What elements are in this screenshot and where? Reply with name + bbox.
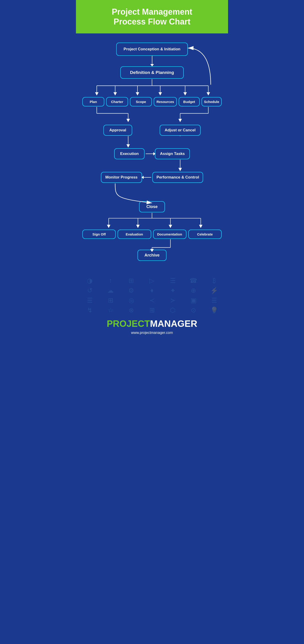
svg-marker-36 (169, 225, 172, 228)
brand-url: www.projectmanager.com (80, 331, 224, 335)
assign-tasks-node: Assign Tasks (155, 148, 190, 159)
documentation-node: Documentation (153, 230, 186, 239)
svg-marker-12 (159, 92, 162, 96)
svg-marker-35 (136, 225, 140, 228)
evaluation-node: Evaluation (118, 230, 151, 239)
adjust-cancel-node: Adjust or Cancel (160, 125, 201, 136)
celebrate-node: Celebrate (188, 230, 222, 239)
svg-marker-22 (178, 119, 182, 122)
schedule-node: Schedule (202, 97, 222, 106)
charter-node: Charter (106, 97, 128, 106)
execution-node: Execution (114, 148, 145, 159)
svg-marker-13 (183, 92, 187, 96)
brand: PROJECT MANAGER (80, 318, 224, 329)
svg-marker-24 (126, 144, 130, 148)
brand-project: PROJECT (107, 318, 150, 329)
approval-node: Approval (103, 125, 132, 136)
svg-marker-37 (199, 225, 202, 228)
page-wrapper: Project Management Process Flow Chart Pr… (76, 0, 228, 344)
definition-node: Definition & Planning (120, 66, 183, 79)
svg-marker-34 (107, 225, 110, 228)
footer: ◑↑⊞▷☰☎₿ ↺☁⚙♦✦⊕⚡ ☰⊞◎≺≻▣☰ ↯☆⊗⊞⬡⊙💡 PROJECT … (76, 272, 228, 344)
svg-marker-41 (150, 249, 154, 252)
plan-node: Plan (82, 97, 104, 106)
header: Project Management Process Flow Chart (76, 0, 228, 34)
svg-marker-11 (136, 92, 139, 96)
performance-node: Performance & Control (152, 172, 203, 183)
signoff-node: Sign Off (82, 230, 116, 239)
svg-marker-14 (207, 92, 210, 96)
footer-icons: ◑↑⊞▷☰☎₿ ↺☁⚙♦✦⊕⚡ ☰⊞◎≺≻▣☰ ↯☆⊗⊞⬡⊙💡 (80, 277, 224, 314)
svg-marker-10 (113, 92, 117, 96)
svg-marker-9 (95, 92, 98, 96)
flowchart: Project Conception & Initiation Definiti… (76, 34, 228, 272)
resources-node: Resources (154, 97, 177, 106)
monitor-node: Monitor Progress (101, 172, 142, 183)
svg-marker-18 (126, 119, 130, 122)
svg-marker-26 (178, 168, 182, 171)
brand-manager: MANAGER (150, 318, 197, 329)
page-title: Project Management Process Flow Chart (80, 7, 224, 26)
scope-node: Scope (130, 97, 152, 106)
budget-node: Budget (179, 97, 200, 106)
